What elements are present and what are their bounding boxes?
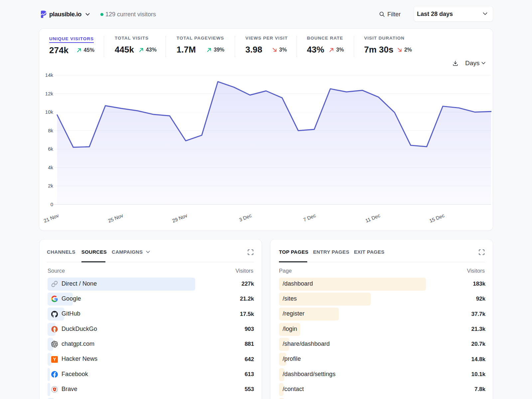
svg-text:6k: 6k bbox=[48, 146, 53, 152]
svg-text:3 Dec: 3 Dec bbox=[238, 212, 252, 223]
svg-text:12k: 12k bbox=[45, 91, 54, 96]
svg-text:25 Nov: 25 Nov bbox=[107, 212, 124, 224]
svg-text:0: 0 bbox=[51, 201, 53, 207]
svg-text:21 Nov: 21 Nov bbox=[44, 212, 60, 224]
svg-text:4k: 4k bbox=[48, 165, 53, 170]
svg-text:10k: 10k bbox=[45, 109, 54, 115]
svg-text:15 Dec: 15 Dec bbox=[429, 212, 446, 224]
svg-text:29 Nov: 29 Nov bbox=[171, 212, 188, 224]
svg-text:14k: 14k bbox=[45, 72, 54, 78]
svg-text:8k: 8k bbox=[48, 128, 53, 133]
svg-text:7 Dec: 7 Dec bbox=[302, 212, 317, 223]
svg-text:2k: 2k bbox=[48, 183, 53, 189]
svg-text:11 Dec: 11 Dec bbox=[364, 212, 381, 223]
